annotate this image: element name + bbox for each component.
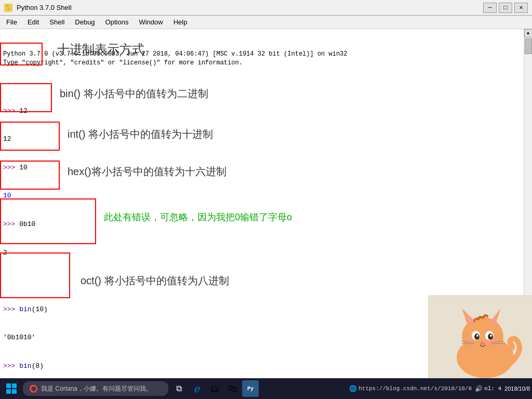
- volume-icon: 🔊: [475, 385, 483, 393]
- svg-point-8: [474, 334, 480, 340]
- store-icon[interactable]: 🛍: [224, 380, 241, 397]
- volume-level: ol: 4: [484, 385, 501, 392]
- annotation-bin: bin() 将小括号中的值转为二进制: [60, 86, 208, 101]
- cortana-search[interactable]: ⭕ 我是 Cortana，小娜。有问题尽管问我。: [23, 381, 168, 396]
- title-bar-left: 🐍 Python 3.7.0 Shell: [4, 4, 72, 12]
- title-bar: 🐍 Python 3.7.0 Shell — □ ✕: [0, 0, 532, 16]
- svg-point-12: [480, 342, 485, 345]
- svg-point-9: [488, 334, 493, 340]
- line-5: >>> 0b10: [3, 220, 521, 229]
- task-view-button[interactable]: ⧉: [170, 380, 187, 397]
- scroll-thumb[interactable]: [525, 38, 532, 54]
- taskbar-url: https://blog.csdn.net/s/2018/10/8: [358, 385, 472, 392]
- svg-point-10: [476, 335, 478, 337]
- python-icon: 🐍: [4, 4, 12, 12]
- scroll-up-button[interactable]: ▲: [524, 29, 533, 37]
- close-button[interactable]: ✕: [514, 3, 528, 13]
- menu-help[interactable]: Help: [169, 17, 192, 27]
- menu-window[interactable]: Window: [135, 17, 167, 27]
- line-4: 10: [3, 191, 521, 201]
- windows-logo-icon: [6, 383, 17, 394]
- volume-display: 🔊 ol: 4: [475, 385, 501, 393]
- maximize-button[interactable]: □: [499, 3, 512, 13]
- menu-options[interactable]: Options: [101, 17, 133, 27]
- explorer-icon[interactable]: 🗂: [207, 380, 223, 397]
- python-taskbar-icon[interactable]: Py: [242, 380, 259, 397]
- menu-edit[interactable]: Edit: [23, 17, 43, 27]
- menu-shell[interactable]: Shell: [45, 17, 69, 27]
- shell-header: Python 3.7.0 (v3.7.0:1bf9cc5093, Jun 27 …: [3, 50, 521, 68]
- mascot-area: [428, 295, 532, 378]
- minimize-button[interactable]: —: [483, 3, 497, 13]
- menu-debug[interactable]: Debug: [71, 17, 99, 27]
- svg-point-11: [490, 335, 492, 337]
- task-view-icon: ⧉: [176, 384, 182, 394]
- menu-bar: File Edit Shell Debug Options Window Hel…: [0, 16, 532, 29]
- window-controls: — □ ✕: [483, 3, 528, 13]
- clock-date: 2018/10/8: [504, 385, 530, 392]
- title-bar-text: Python 3.7.0 Shell: [17, 4, 72, 11]
- line-1: >>> 12: [3, 107, 521, 116]
- mascot-image: [433, 300, 532, 378]
- edge-icon[interactable]: ℯ: [189, 380, 206, 397]
- red-box-oct: [0, 252, 70, 298]
- taskbar-apps: ℯ 🗂 🛍 Py: [189, 380, 259, 397]
- line-blank1: [3, 276, 521, 286]
- menu-file[interactable]: File: [2, 17, 21, 27]
- network-icon: 🌐: [349, 385, 357, 393]
- systray-area: 🌐 https://blog.csdn.net/s/2018/10/8: [349, 385, 472, 393]
- taskbar-right: 🌐 https://blog.csdn.net/s/2018/10/8 🔊 ol…: [349, 385, 530, 393]
- search-circle-icon: ⭕: [29, 384, 38, 393]
- line-3: >>> 10: [3, 163, 521, 172]
- start-button[interactable]: [2, 379, 21, 398]
- line-6: 2: [3, 248, 521, 258]
- line-2: 12: [3, 135, 521, 144]
- cortana-search-text: 我是 Cortana，小娜。有问题尽管问我。: [41, 384, 152, 393]
- system-clock[interactable]: 2018/10/8: [504, 385, 530, 392]
- mascot-svg: [433, 300, 532, 378]
- taskbar: ⭕ 我是 Cortana，小娜。有问题尽管问我。 ⧉ ℯ 🗂 🛍 Py 🌐 ht…: [0, 378, 532, 399]
